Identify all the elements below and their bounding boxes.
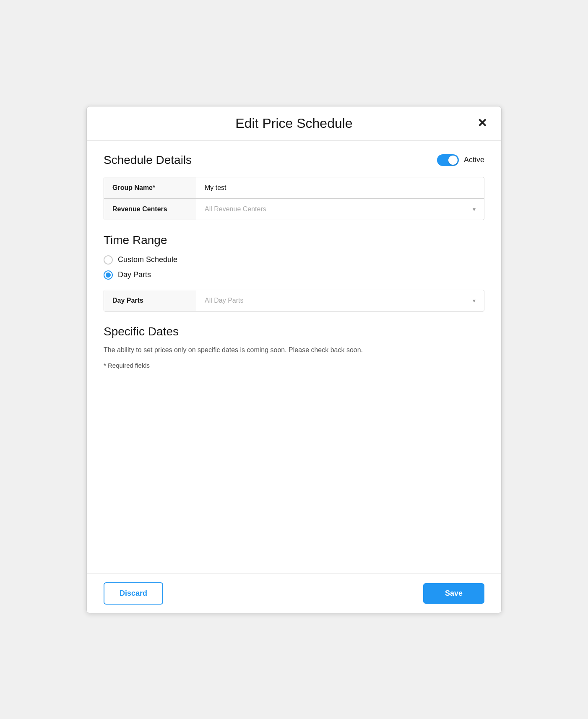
discard-button[interactable]: Discard: [104, 582, 163, 605]
group-name-label: Group Name*: [104, 177, 196, 198]
revenue-centers-label: Revenue Centers: [104, 199, 196, 220]
edit-price-schedule-modal: Edit Price Schedule ✕ Schedule Details A…: [86, 106, 502, 613]
coming-soon-text: The ability to set prices only on specif…: [104, 345, 484, 355]
revenue-centers-row: Revenue Centers All Revenue Centers ▾: [104, 199, 484, 220]
radio-label-custom: Custom Schedule: [118, 255, 177, 264]
modal-title: Edit Price Schedule: [235, 116, 352, 131]
specific-dates-title: Specific Dates: [104, 325, 484, 338]
save-button[interactable]: Save: [423, 583, 484, 604]
schedule-details-header: Schedule Details Active: [104, 153, 484, 167]
schedule-details-table: Group Name* My test Revenue Centers All …: [104, 177, 484, 220]
time-range-section: Time Range Custom Schedule Day Parts: [104, 234, 484, 311]
day-parts-row: Day Parts All Day Parts ▾: [104, 290, 484, 311]
schedule-details-title: Schedule Details: [104, 153, 192, 167]
radio-option-day-parts[interactable]: Day Parts: [104, 270, 484, 280]
active-toggle[interactable]: [437, 154, 459, 166]
day-parts-value-cell[interactable]: All Day Parts ▾: [196, 290, 484, 311]
day-parts-dropdown-arrow: ▾: [473, 297, 476, 304]
radio-inner-day-parts: [106, 273, 111, 278]
active-toggle-container: Active: [437, 154, 484, 166]
revenue-centers-dropdown-arrow: ▾: [473, 206, 476, 213]
radio-label-day-parts: Day Parts: [118, 270, 151, 279]
modal-header: Edit Price Schedule ✕: [87, 106, 501, 141]
modal-body: Schedule Details Active Group Name* My t…: [87, 141, 501, 574]
day-parts-table: Day Parts All Day Parts ▾: [104, 290, 484, 311]
radio-circle-custom: [104, 255, 113, 265]
group-name-row: Group Name* My test: [104, 177, 484, 199]
radio-option-custom[interactable]: Custom Schedule: [104, 255, 484, 265]
time-range-radio-group: Custom Schedule Day Parts: [104, 255, 484, 280]
group-name-value: My test: [205, 184, 226, 192]
revenue-centers-placeholder: All Revenue Centers: [205, 205, 266, 213]
close-button[interactable]: ✕: [476, 116, 489, 131]
revenue-centers-value-cell[interactable]: All Revenue Centers ▾: [196, 199, 484, 220]
time-range-title: Time Range: [104, 234, 484, 247]
specific-dates-section: Specific Dates The ability to set prices…: [104, 325, 484, 369]
radio-circle-day-parts: [104, 270, 113, 280]
required-fields-text: * Required fields: [104, 362, 484, 369]
group-name-value-cell[interactable]: My test: [196, 177, 484, 198]
day-parts-placeholder: All Day Parts: [205, 297, 243, 304]
active-toggle-label: Active: [464, 156, 484, 164]
modal-footer: Discard Save: [87, 574, 501, 613]
toggle-knob: [448, 156, 458, 165]
day-parts-label: Day Parts: [104, 290, 196, 311]
